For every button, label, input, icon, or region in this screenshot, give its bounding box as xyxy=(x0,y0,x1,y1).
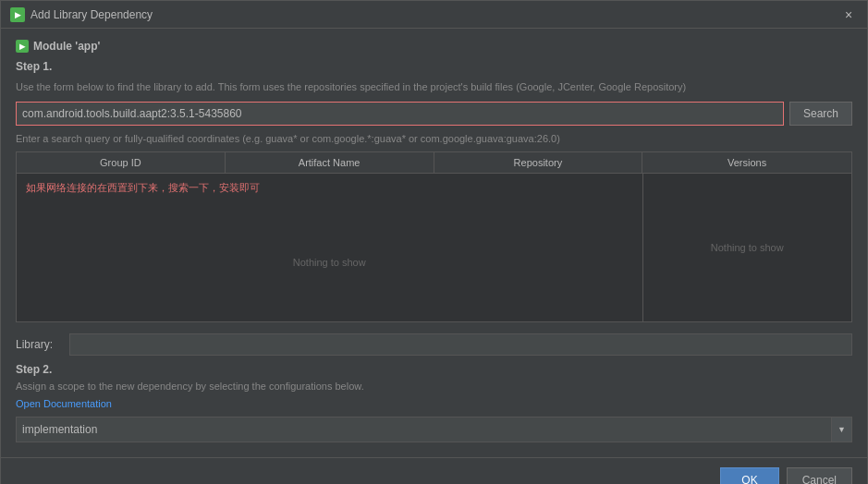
header-group-id: Group ID xyxy=(17,152,226,173)
library-row: Library: xyxy=(16,333,852,356)
footer-buttons: OK Cancel xyxy=(1,457,867,484)
step2-section: Step 2. Assign a scope to the new depend… xyxy=(16,363,852,408)
table-left: 如果网络连接的在西置到下来，搜索一下，安装即可 Nothing to show xyxy=(17,174,643,321)
nothing-to-show-left-container: Nothing to show xyxy=(17,202,642,321)
scope-select[interactable]: implementation api compileOnly runtimeOn… xyxy=(17,417,831,442)
module-label: ▶ Module 'app' xyxy=(16,40,852,53)
dialog-icon: ▶ xyxy=(10,7,25,22)
ok-button[interactable]: OK xyxy=(720,467,778,484)
step1-label: Step 1. xyxy=(16,60,852,73)
search-button[interactable]: Search xyxy=(789,102,852,126)
table-right: Nothing to show xyxy=(643,174,852,321)
title-bar: ▶ Add Library Dependency × xyxy=(1,1,867,29)
search-row: Search xyxy=(16,102,852,126)
open-documentation-link[interactable]: Open Documentation xyxy=(16,398,852,409)
step2-description: Assign a scope to the new dependency by … xyxy=(16,380,852,393)
nothing-to-show-right: Nothing to show xyxy=(692,224,802,272)
step2-label: Step 2. xyxy=(16,363,852,376)
cancel-button[interactable]: Cancel xyxy=(787,467,852,484)
dialog-title: Add Library Dependency xyxy=(31,8,153,21)
step1-description: Use the form below to find the library t… xyxy=(16,80,852,94)
search-hint: Enter a search query or fully-qualified … xyxy=(16,133,852,144)
module-icon: ▶ xyxy=(16,40,29,53)
error-text: 如果网络连接的在西置到下来，搜索一下，安装即可 xyxy=(17,174,642,202)
table-body: 如果网络连接的在西置到下来，搜索一下，安装即可 Nothing to show … xyxy=(17,174,851,321)
dialog-content: ▶ Module 'app' Step 1. Use the form belo… xyxy=(1,29,867,454)
library-input[interactable] xyxy=(69,333,852,356)
results-table: Group ID Artifact Name Repository Versio… xyxy=(16,151,852,322)
header-repository: Repository xyxy=(434,152,643,173)
library-label: Library: xyxy=(16,338,62,351)
close-button[interactable]: × xyxy=(839,6,858,24)
scope-wrapper: implementation api compileOnly runtimeOn… xyxy=(16,417,852,442)
nothing-to-show-left: Nothing to show xyxy=(275,238,385,286)
header-artifact-name: Artifact Name xyxy=(226,152,434,173)
table-header: Group ID Artifact Name Repository Versio… xyxy=(17,152,851,174)
add-library-dialog: ▶ Add Library Dependency × ▶ Module 'app… xyxy=(0,0,868,484)
header-versions: Versions xyxy=(642,152,851,173)
module-name: Module 'app' xyxy=(33,40,100,53)
title-bar-left: ▶ Add Library Dependency xyxy=(10,7,153,22)
search-input[interactable] xyxy=(16,102,784,126)
scope-dropdown-arrow[interactable]: ▼ xyxy=(831,417,851,442)
